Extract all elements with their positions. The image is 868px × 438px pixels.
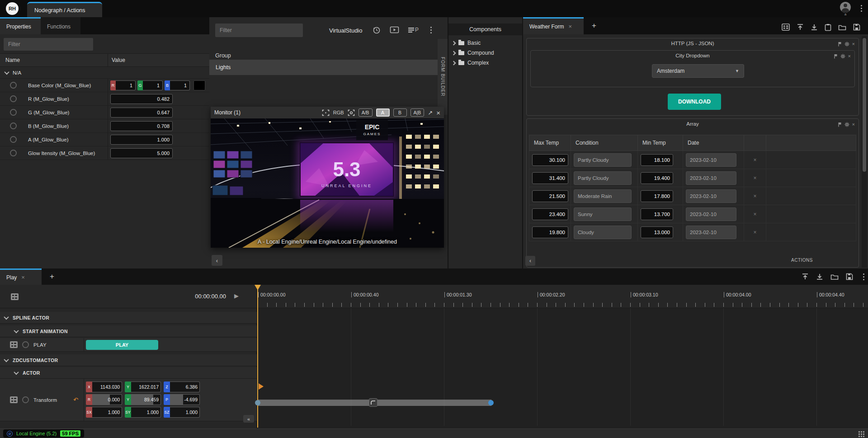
user-avatar[interactable]: a [839, 2, 852, 13]
remove-row-button[interactable]: × [753, 211, 756, 217]
close-tab-icon[interactable]: × [21, 274, 25, 281]
axis-value[interactable]: 1622.017 [131, 381, 161, 392]
vertical-scrollbar[interactable] [862, 36, 867, 268]
axis-value[interactable]: 6.386 [170, 381, 200, 392]
scrollbar-thumb[interactable] [863, 38, 866, 172]
focus-icon[interactable] [348, 109, 355, 116]
color-swatch[interactable] [193, 80, 205, 90]
axis-value[interactable]: 0.000 [92, 394, 122, 405]
history-icon[interactable] [372, 26, 381, 34]
axis-value[interactable]: 89.459 [131, 394, 161, 405]
b-channel-input[interactable] [170, 80, 190, 90]
download-icon[interactable] [811, 24, 818, 31]
keyframe-dot-start[interactable] [255, 400, 260, 405]
remove-row-button[interactable]: × [753, 175, 756, 181]
tab-play[interactable]: Play × [0, 268, 42, 285]
track-radio[interactable] [22, 396, 29, 403]
track-options-icon[interactable] [11, 293, 19, 300]
property-radio[interactable] [10, 122, 17, 129]
pin-icon[interactable] [838, 42, 842, 47]
gear-icon[interactable] [840, 54, 845, 59]
max-temp-input[interactable] [532, 154, 568, 166]
min-temp-input[interactable] [641, 172, 673, 184]
engine-status[interactable]: u Local Engine (5.2) 59 FPS [3, 429, 84, 438]
max-temp-input[interactable] [532, 226, 568, 238]
play-action-button[interactable]: PLAY [86, 340, 158, 350]
keyframe-dot-end[interactable] [488, 400, 494, 405]
tree-item-complex[interactable]: Complex [448, 58, 522, 68]
remove-row-button[interactable]: × [753, 193, 756, 199]
property-value-input[interactable] [110, 135, 173, 145]
preview-monitor-icon[interactable] [390, 26, 399, 34]
gear-icon[interactable] [844, 122, 849, 127]
property-value-input[interactable] [110, 148, 173, 158]
tree-item-compound[interactable]: Compound [448, 48, 522, 58]
tab-nodegraph-actions[interactable]: Nodegraph / Actions [27, 2, 102, 17]
condition-input[interactable] [574, 189, 632, 203]
monitor-header[interactable]: Monitor (1) RGB A/B A B A|B ↗ × [211, 107, 444, 118]
track-group-start-animation[interactable]: START ANIMATION [0, 325, 257, 337]
max-temp-input[interactable] [532, 190, 568, 202]
app-logo[interactable]: RH [6, 2, 19, 15]
add-tab-button[interactable]: + [47, 272, 57, 282]
monitor-close-icon[interactable]: × [436, 109, 440, 117]
date-input[interactable] [686, 189, 736, 203]
axis-value[interactable]: 1.000 [92, 407, 122, 418]
collapse-track-list-button[interactable]: « [243, 415, 254, 423]
download-button[interactable]: DOWNLOAD [668, 94, 721, 110]
property-radio[interactable] [10, 82, 17, 89]
axis-value[interactable]: -4.699 [170, 394, 200, 405]
close-tab-icon[interactable]: × [568, 23, 572, 30]
easing-curve-icon[interactable] [369, 398, 377, 407]
tab-properties[interactable]: Properties [0, 17, 41, 34]
timeline-ruler[interactable]: 00:00:00.00 00:00:00.40 00:00:01.30 00:0… [257, 285, 868, 308]
property-radio[interactable] [10, 150, 17, 156]
clipboard-icon[interactable] [825, 24, 831, 31]
max-temp-input[interactable] [532, 172, 568, 184]
nodegraph-menu-icon[interactable] [428, 25, 434, 34]
min-temp-input[interactable] [641, 226, 673, 238]
min-temp-input[interactable] [641, 208, 673, 220]
folder-open-icon[interactable] [838, 24, 846, 31]
property-value-input[interactable] [110, 108, 173, 118]
track-play[interactable]: PLAY PLAY [0, 338, 257, 352]
channel-b-button[interactable]: B [393, 108, 407, 117]
max-temp-input[interactable] [532, 208, 568, 220]
g-channel-input[interactable] [143, 80, 163, 90]
layout-grid-icon[interactable] [782, 24, 790, 31]
channel-a-button[interactable]: A [376, 108, 390, 117]
collapse-left-button[interactable]: ‹ [525, 256, 535, 266]
date-input[interactable] [686, 207, 736, 221]
remove-row-button[interactable]: × [753, 229, 756, 235]
folder-open-icon[interactable] [830, 273, 839, 280]
condition-input[interactable] [574, 153, 632, 167]
date-input[interactable] [686, 153, 736, 167]
compare-ab-button[interactable]: A/B [359, 108, 373, 117]
fit-view-icon[interactable] [322, 109, 330, 116]
tab-functions[interactable]: Functions [41, 17, 80, 34]
playhead[interactable] [257, 285, 258, 428]
tree-item-basic[interactable]: Basic [448, 38, 522, 48]
timeline-menu-icon[interactable] [860, 272, 867, 281]
remove-row-button[interactable]: × [753, 157, 756, 163]
collapse-left-button[interactable]: ‹ [212, 255, 222, 266]
track-group-zdcustomactor[interactable]: ZDCUSTOMACTOR [0, 354, 257, 366]
date-input[interactable] [686, 226, 736, 239]
nodegraph-filter-input[interactable] [215, 24, 303, 37]
property-radio[interactable] [10, 136, 17, 143]
condition-input[interactable] [574, 226, 632, 239]
resize-grip-icon[interactable] [858, 431, 864, 437]
track-group-spline-actor[interactable]: SPLINE ACTOR [0, 312, 257, 324]
undo-icon[interactable]: ↶ [73, 396, 78, 403]
property-radio[interactable] [10, 95, 17, 102]
timeline-play-icon[interactable]: ▶ [234, 292, 239, 299]
popout-icon[interactable]: ↗ [428, 109, 433, 116]
add-tab-button[interactable]: + [589, 21, 599, 31]
property-value-input[interactable] [110, 94, 173, 104]
city-select[interactable]: Amsterdam ▼ [652, 64, 744, 78]
pin-icon[interactable] [838, 122, 842, 127]
r-channel-input[interactable] [116, 80, 136, 90]
close-node-icon[interactable]: × [852, 41, 855, 47]
monitor-viewport[interactable]: 5.3 UNREAL ENGINE EPIC GAMES [211, 118, 444, 248]
axis-value[interactable]: 1143.030 [92, 381, 122, 392]
